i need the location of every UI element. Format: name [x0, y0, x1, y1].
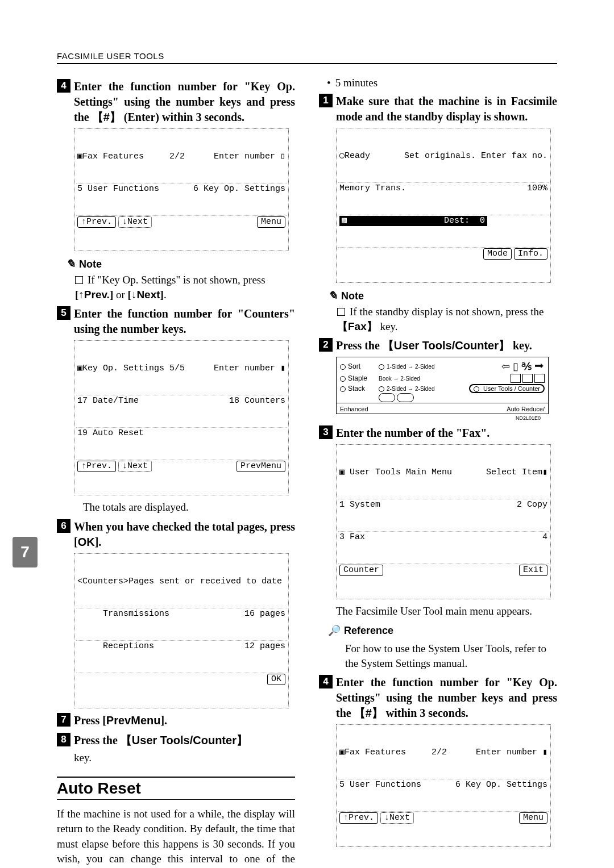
prevmenu-key-label: PrevMenu [106, 714, 161, 727]
lcd-item: 17 Date/Time [77, 396, 139, 406]
user-tools-counter-button[interactable]: User Tools / Counter [469, 384, 545, 393]
lcd-title: ▣Fax Features 2/2 [339, 748, 447, 758]
hash-key: # [354, 707, 383, 719]
ok-button[interactable]: OK [267, 674, 285, 685]
ok-key-label: OK [78, 536, 95, 548]
prev-button[interactable]: ↑Prev. [77, 461, 116, 472]
pencil-icon: ✎ [66, 257, 76, 270]
running-header: FACSIMILE USER TOOLS [57, 51, 557, 64]
next-button[interactable]: ↓Next [118, 461, 152, 472]
step-2-text: Press the User Tools/Counter key. [336, 338, 532, 353]
arrow-icons: ⇦ ▯ ℁ ⮕ [501, 360, 545, 373]
step-4r-number: 4 [319, 675, 333, 688]
lcd-item: 6 Key Op. Settings [455, 780, 547, 790]
note-label: Note [79, 258, 102, 270]
section-heading-auto-reset: Auto Reset [57, 777, 295, 800]
step-4-text: Enter the function number for "Key Op. S… [74, 79, 295, 125]
menu-button[interactable]: Menu [257, 216, 285, 228]
lcd-value: 16 pages [244, 609, 285, 619]
step-8-tail: key. [74, 750, 295, 765]
user-tools-key: User Tools/Counter [121, 734, 248, 746]
user-tools-key: User Tools/Counter [383, 339, 510, 352]
step-5-text: Enter the function number for "Counters"… [74, 306, 295, 337]
step-3-text: Enter the number of the "Fax". [336, 425, 489, 441]
note-heading: ✎Note [66, 257, 295, 270]
counter-button[interactable]: Counter [339, 565, 383, 576]
step-6-text: When you have checked the total pages, p… [74, 519, 295, 550]
after-menu-text: The Facsimile User Tool main menu appear… [336, 604, 557, 619]
magnifier-icon: 🔎 [328, 624, 341, 637]
section-tab: 7 [13, 537, 38, 567]
lcd-fax-features: ▣Fax Features 2/2Enter number ▯ 5 User F… [74, 128, 289, 251]
reference-label: Reference [344, 625, 393, 637]
step-4-number: 4 [57, 79, 70, 93]
lcd-title: ▣ User Tools Main Menu [339, 468, 452, 478]
led-icon [340, 376, 346, 382]
step-8-text: Press the User Tools/Counter [74, 733, 248, 748]
exit-button[interactable]: Exit [519, 565, 547, 576]
step-7-text: Press [PrevMenu]. [74, 713, 167, 728]
step-5-number: 5 [57, 306, 70, 320]
led-icon [340, 364, 346, 370]
image-code: ND2L01E0 [336, 415, 541, 421]
prev-key-label: ↑Prev. [78, 289, 110, 301]
note-label: Note [341, 290, 364, 302]
step-4r-text: Enter the function number for "Key Op. S… [336, 675, 557, 721]
prev-button[interactable]: ↑Prev. [77, 216, 116, 228]
lcd-dest: ▩ Dest: 0 [339, 216, 487, 226]
next-key-label: ↓Next [131, 289, 160, 301]
lcd-prompt: Select Item▮ [486, 468, 547, 478]
lcd-item: 6 Key Op. Settings [193, 184, 285, 194]
lcd-key-op: ▣Key Op. Settings 5/5Enter number ▮ 17 D… [74, 340, 289, 495]
panel-mode-label: 1-Sided → 2-Sided [387, 364, 435, 370]
note-text-b: key. [377, 320, 398, 332]
lcd-prompt: Enter number ▮ [476, 748, 547, 758]
panel-button-label: User Tools / Counter [483, 385, 540, 392]
panel-foot-left: Enhanced [340, 406, 368, 412]
prev-button[interactable]: ↑Prev. [339, 812, 378, 824]
lcd-title: <Counters>Pages sent or received to date [77, 577, 282, 587]
fax-key-label: Fax [337, 320, 377, 332]
step-4r-text-b: within 3 seconds. [383, 707, 468, 719]
step-7-number: 7 [57, 713, 70, 727]
menu-button[interactable]: Menu [519, 812, 547, 824]
lcd-status: ◯Ready [339, 151, 370, 161]
panel-mode-label: 2-Sided → 2-Sided [387, 386, 435, 392]
step-6-number: 6 [57, 519, 70, 533]
list-item: 5 minutes [327, 77, 557, 89]
step-6-text-a: When you have checked the total pages, p… [74, 520, 295, 533]
next-button[interactable]: ↓Next [380, 812, 414, 824]
step-2-text-b: key. [510, 339, 532, 352]
step-3-number: 3 [319, 425, 333, 439]
checkbox-icon [75, 276, 83, 284]
left-column: 4 Enter the function number for "Key Op.… [57, 74, 295, 868]
panel-foot-right: Auto Reduce/ [507, 406, 545, 412]
lcd-item: 4 [542, 532, 547, 542]
note-heading: ✎Note [328, 289, 557, 302]
step-2-number: 2 [319, 338, 333, 352]
lcd-item: 2 Copy [517, 500, 547, 510]
step-4-text-b: (Enter) within 3 seconds. [121, 111, 244, 123]
lcd-label: Memory Trans. [339, 183, 406, 194]
next-button[interactable]: ↓Next [118, 216, 152, 228]
panel-slot [379, 393, 395, 402]
lcd-prompt: Enter number ▮ [214, 364, 285, 374]
lcd-value: 12 pages [244, 641, 285, 652]
lcd-item: 1 System [339, 500, 380, 510]
lcd-item: 19 Auto Reset [77, 428, 144, 439]
lcd-item: 3 Fax [339, 532, 365, 542]
lcd-value: 100% [527, 183, 547, 194]
copier-panel-illustration: Sort 1-Sided → 2-Sided ⇦ ▯ ℁ ⮕ Staple Bo… [336, 357, 549, 414]
lcd-instruction: Set originals. Enter fax no. [404, 151, 547, 161]
panel-mode-label: Book → 2-Sided [379, 375, 420, 382]
lcd-label: Receptions [77, 641, 154, 652]
prevmenu-button[interactable]: PrevMenu [237, 461, 285, 472]
note-body: If the standby display is not shown, pre… [337, 304, 557, 333]
step-2-text-a: Press the [336, 339, 383, 352]
panel-slot [397, 393, 413, 402]
lcd-ready: ◯ReadySet originals. Enter fax no. Memor… [336, 128, 551, 283]
info-button[interactable]: Info. [514, 248, 547, 260]
mode-button[interactable]: Mode [483, 248, 512, 260]
lcd-title: ▣Key Op. Settings 5/5 [77, 364, 185, 374]
step-1-text: Make sure that the machine is in Facsimi… [336, 94, 557, 124]
